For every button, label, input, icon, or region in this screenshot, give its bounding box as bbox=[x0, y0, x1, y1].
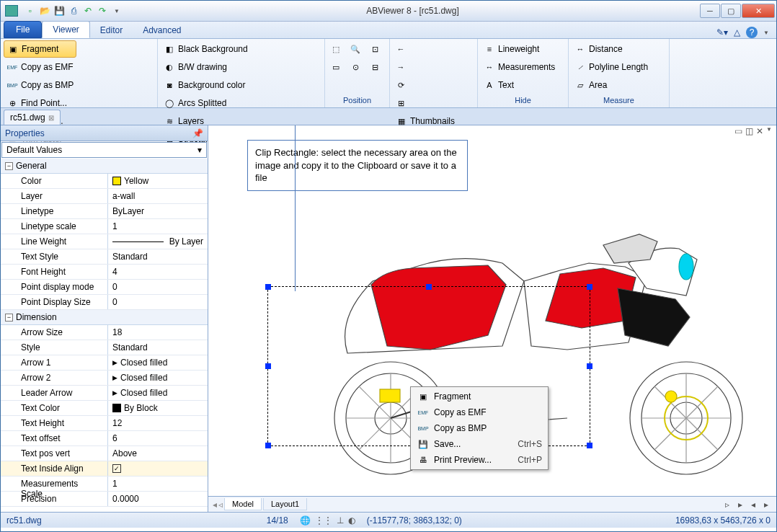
prop-row[interactable]: Linetype scale1 bbox=[1, 219, 208, 234]
qa-save-icon[interactable]: 💾 bbox=[53, 4, 66, 17]
prop-row[interactable]: Text Height12 bbox=[1, 416, 208, 431]
status-polar-icon[interactable]: ◐ bbox=[348, 515, 355, 526]
ribbon-p5[interactable]: ⊙ bbox=[347, 58, 366, 76]
prop-row[interactable]: Text StyleStandard bbox=[1, 249, 208, 265]
prop-row[interactable]: Leader Arrow▶Closed filled bbox=[1, 386, 208, 401]
selection-handle[interactable] bbox=[587, 443, 592, 448]
tab-editor[interactable]: Editor bbox=[90, 22, 133, 38]
prop-value[interactable]: Standard bbox=[107, 249, 208, 264]
prop-row[interactable]: ColorYellow bbox=[1, 174, 208, 189]
sheet-prev-icon[interactable]: ◂ bbox=[213, 500, 217, 510]
ribbon-arcs-split[interactable]: ◯Arcs Splitted bbox=[161, 94, 251, 112]
ribbon-b4[interactable]: ⊞ bbox=[393, 94, 412, 112]
prop-row[interactable]: Arrow Size18 bbox=[1, 325, 208, 340]
prop-value[interactable]: Standard bbox=[107, 340, 208, 355]
selection-handle[interactable] bbox=[265, 363, 271, 369]
prop-value[interactable]: ▶Closed filled bbox=[107, 371, 208, 385]
prop-row[interactable]: Point display mode0 bbox=[1, 280, 208, 295]
pin-icon[interactable]: △ bbox=[734, 27, 740, 37]
status-ortho-icon[interactable]: ⊥ bbox=[337, 515, 344, 526]
prop-row[interactable]: Font Height4 bbox=[1, 265, 208, 280]
document-tab[interactable]: rc51.dwg ⊠ bbox=[4, 110, 61, 125]
status-globe-icon[interactable]: 🌐 bbox=[300, 515, 311, 526]
qa-save-as-icon[interactable]: ⎙ bbox=[67, 4, 80, 17]
help-icon[interactable]: ? bbox=[746, 27, 758, 38]
selection-handle[interactable] bbox=[265, 443, 271, 448]
prop-value[interactable]: 4 bbox=[107, 265, 208, 279]
qa-new-icon[interactable]: ▫ bbox=[24, 4, 37, 17]
sheet-tab-model[interactable]: Model bbox=[224, 498, 262, 510]
prop-value[interactable]: 12 bbox=[107, 416, 208, 430]
prop-value[interactable]: 0 bbox=[107, 295, 208, 309]
ribbon-p1[interactable]: ⬚ bbox=[328, 40, 347, 58]
prop-value[interactable]: ▶Closed filled bbox=[107, 355, 208, 370]
help-dropdown-icon[interactable]: ▼ bbox=[763, 30, 769, 36]
prop-row[interactable]: Point Display Size0 bbox=[1, 295, 208, 310]
tab-advanced[interactable]: Advanced bbox=[133, 22, 191, 38]
tab-viewer[interactable]: Viewer bbox=[42, 21, 89, 38]
prop-row[interactable]: Text pos vertAbove bbox=[1, 446, 208, 461]
selection-handle[interactable] bbox=[426, 284, 432, 290]
prop-row[interactable]: Line WeightBy Layer bbox=[1, 234, 208, 249]
context-copy-bmp[interactable]: BMPCopy as BMP bbox=[412, 420, 546, 436]
context-copy-emf[interactable]: EMFCopy as EMF bbox=[412, 404, 546, 420]
prop-row[interactable]: Text offset6 bbox=[1, 431, 208, 446]
scroll-right-icon[interactable]: ▸ bbox=[760, 500, 772, 510]
canvas-tool-icon[interactable]: ▭ bbox=[734, 126, 742, 136]
selection-handle[interactable] bbox=[587, 284, 592, 290]
ribbon-p2[interactable]: 🔍 bbox=[347, 40, 366, 58]
qa-redo-icon[interactable]: ↷ bbox=[96, 4, 109, 17]
ribbon-text[interactable]: AText bbox=[481, 76, 558, 94]
selection-handle[interactable] bbox=[587, 363, 592, 369]
ribbon-p4[interactable]: ▭ bbox=[328, 58, 347, 76]
ribbon-area[interactable]: ▱Area bbox=[572, 76, 651, 94]
prop-value[interactable]: ByLayer bbox=[107, 204, 208, 218]
ribbon-b3[interactable]: ⟳ bbox=[393, 76, 412, 94]
maximize-button[interactable]: ▢ bbox=[721, 4, 741, 18]
ribbon-copy-emf[interactable]: EMFCopy as EMF bbox=[4, 58, 76, 76]
prop-value[interactable]: ▶Closed filled bbox=[107, 386, 208, 400]
prop-row[interactable]: Arrow 2▶Closed filled bbox=[1, 371, 208, 386]
prop-value[interactable]: By Block bbox=[107, 401, 208, 415]
ribbon-bg-color[interactable]: ◙Background color bbox=[161, 76, 251, 94]
ribbon-black-bg[interactable]: ◧Black Background bbox=[161, 40, 251, 58]
prop-value[interactable]: By Layer bbox=[107, 234, 208, 249]
prop-row[interactable]: Arrow 1▶Closed filled bbox=[1, 355, 208, 371]
prop-row[interactable]: Measurements Scale1 bbox=[1, 476, 208, 492]
sheet-next-icon[interactable]: ▹ bbox=[722, 500, 733, 510]
canvas-tool-icon[interactable]: ✕ bbox=[756, 126, 763, 136]
prop-value[interactable]: 0.0000 bbox=[107, 492, 208, 506]
close-button[interactable]: ✕ bbox=[742, 4, 775, 18]
prop-value[interactable]: Yellow bbox=[107, 174, 208, 188]
canvas-tool-icon[interactable]: ▼ bbox=[766, 126, 772, 136]
prop-value[interactable]: Above bbox=[107, 446, 208, 461]
properties-pin-icon[interactable]: 📌 bbox=[192, 128, 203, 138]
document-tab-close-icon[interactable]: ⊠ bbox=[48, 114, 54, 122]
minimize-button[interactable]: ─ bbox=[700, 4, 720, 18]
checkbox-icon[interactable]: ✓ bbox=[112, 464, 121, 473]
prop-row[interactable]: StyleStandard bbox=[1, 340, 208, 355]
prop-value[interactable]: 1 bbox=[107, 219, 208, 234]
sheet-last-icon[interactable]: ▸ bbox=[734, 500, 746, 510]
ribbon-bw-draw[interactable]: ◐B/W drawing bbox=[161, 58, 251, 76]
canvas-tool-icon[interactable]: ◫ bbox=[745, 126, 753, 136]
sheet-prev-icon[interactable]: ◃ bbox=[218, 500, 223, 510]
prop-section-general[interactable]: −General bbox=[1, 159, 208, 174]
prop-value[interactable]: 6 bbox=[107, 431, 208, 445]
ribbon-copy-bmp[interactable]: BMPCopy as BMP bbox=[4, 76, 76, 94]
prop-value[interactable]: ✓ bbox=[107, 461, 208, 476]
prop-value[interactable]: 0 bbox=[107, 280, 208, 294]
qa-open-icon[interactable]: 📂 bbox=[38, 4, 51, 17]
prop-value[interactable]: a-wall bbox=[107, 189, 208, 203]
prop-row[interactable]: Layera-wall bbox=[1, 189, 208, 204]
status-snap-icon[interactable]: ⋮⋮ bbox=[315, 515, 332, 526]
drawing-canvas[interactable]: ▭ ◫ ✕ ▼ Clip Rectangle: select the neces… bbox=[208, 125, 776, 512]
ribbon-b2[interactable]: → bbox=[393, 58, 412, 76]
context-print-preview[interactable]: 🖶Print Preview...Ctrl+P bbox=[412, 452, 546, 468]
prop-value[interactable]: 1 bbox=[107, 476, 208, 491]
options-icon[interactable]: ✎▾ bbox=[716, 27, 728, 37]
sheet-tab-layout1[interactable]: Layout1 bbox=[263, 498, 307, 510]
prop-row[interactable]: Text Inside Align✓ bbox=[1, 461, 208, 476]
selection-handle[interactable] bbox=[265, 284, 271, 290]
prop-row[interactable]: Text ColorBy Block bbox=[1, 401, 208, 416]
